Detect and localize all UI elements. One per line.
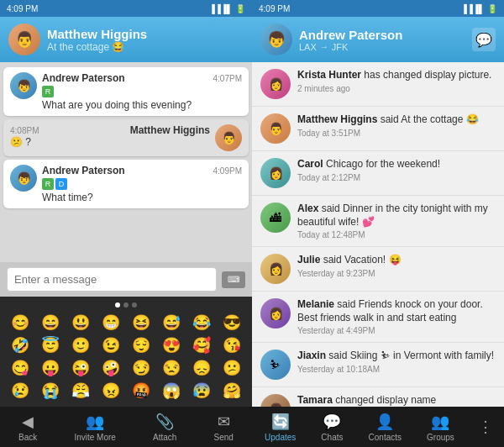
- message-input[interactable]: [7, 267, 217, 292]
- emoji-8[interactable]: 😎: [218, 312, 247, 334]
- feed-avatar-2: 👨: [260, 113, 291, 144]
- feed-text-4: Alex said Dinner in the city tonight wit…: [297, 202, 496, 229]
- nav-updates[interactable]: 🔄 Updates: [258, 409, 302, 445]
- back-icon: ◀: [22, 413, 34, 431]
- right-header-avatar: 👦: [260, 24, 292, 55]
- emoji-20[interactable]: 🤪: [96, 357, 125, 379]
- nav-chats[interactable]: 💬 Chats: [314, 409, 349, 445]
- emoji-dot-2[interactable]: [123, 302, 129, 308]
- invite-icon: 👥: [86, 413, 104, 431]
- msg-icons-3: R D: [42, 178, 242, 190]
- msg-content-3: Andrew Paterson 4:09PM R D What time?: [42, 165, 242, 203]
- nav-back[interactable]: ◀ Back: [13, 413, 42, 442]
- emoji-dot-1[interactable]: [115, 302, 120, 308]
- feed-time-5: Yesterday at 9:23PM: [297, 269, 496, 278]
- emoji-28[interactable]: 😠: [96, 380, 125, 402]
- feed-item-5[interactable]: 👩 Julie said Vacation! 😝 Yesterday at 9:…: [252, 247, 504, 292]
- msg-content-1: Andrew Paterson 4:07PM R What are you do…: [42, 72, 242, 111]
- left-header-avatar: 👨: [8, 24, 40, 55]
- emoji-26[interactable]: 😭: [35, 380, 65, 402]
- bottom-nav-right: 🔄 Updates 💬 Chats 👤 Contacts 👥 Groups ⋮: [252, 407, 504, 447]
- emoji-1[interactable]: 😊: [5, 312, 34, 334]
- emoji-22[interactable]: 😒: [157, 357, 186, 379]
- emoji-10[interactable]: 😇: [35, 334, 65, 356]
- emoji-15[interactable]: 🥰: [187, 334, 217, 356]
- emoji-29[interactable]: 🤬: [127, 380, 156, 402]
- emoji-grid: 😊 😄 😃 😁 😆 😅 😂 😎 🤣 😇 🙂 😉 😌 😍 🥰 😘 😋 😛 😜 🤪 …: [2, 310, 250, 403]
- emoji-17[interactable]: 😋: [5, 357, 34, 379]
- nav-groups[interactable]: 👥 Groups: [420, 409, 461, 445]
- emoji-5[interactable]: 😆: [127, 312, 156, 334]
- feed-time-3: Today at 2:12PM: [297, 173, 496, 182]
- avatar-face: 👨: [8, 24, 40, 55]
- right-panel: 4:09 PM ▐▐▐▌ 🔋 👦 Andrew Paterson LAX → J…: [252, 0, 504, 447]
- groups-icon: 👥: [431, 413, 449, 431]
- feed-text-7: Jiaxin said Skiing ⛷ in Vermont with fam…: [297, 350, 496, 363]
- emoji-dot-3[interactable]: [132, 302, 137, 308]
- feed-item-3[interactable]: 👩 Carol Chicago for the weekend! Today a…: [252, 151, 504, 196]
- chats-icon: 💬: [323, 413, 341, 431]
- emoji-11[interactable]: 🙂: [66, 334, 95, 356]
- feed-item-2[interactable]: 👨 Matthew Higgins said At the cottage 😂 …: [252, 107, 504, 151]
- nav-more-dots[interactable]: ⋮: [473, 414, 498, 439]
- emoji-13[interactable]: 😌: [127, 334, 156, 356]
- emoji-23[interactable]: 😞: [187, 357, 217, 379]
- emoji-12[interactable]: 😉: [96, 334, 125, 356]
- emoji-21[interactable]: 😏: [127, 357, 156, 379]
- bottom-nav-left: ◀ Back 👥 Invite More 📎 Attach ✉ Send: [0, 407, 252, 447]
- emoji-31[interactable]: 😰: [187, 380, 217, 402]
- feed-avatar-3: 👩: [260, 158, 291, 188]
- msg-name-1: Andrew Paterson: [42, 72, 125, 84]
- nav-attach[interactable]: 📎 Attach: [148, 413, 181, 442]
- message-3: 👦 Andrew Paterson 4:09PM R D What time?: [3, 160, 249, 208]
- msg-name-2: Matthew Higgins: [130, 124, 210, 136]
- groups-label: Groups: [427, 433, 454, 442]
- emoji-3[interactable]: 😃: [66, 312, 95, 334]
- feed-time-4: Today at 12:48PM: [297, 230, 496, 239]
- emoji-4[interactable]: 😁: [96, 312, 125, 334]
- nav-send[interactable]: ✉ Send: [209, 413, 239, 442]
- emoji-7[interactable]: 😂: [187, 312, 217, 334]
- battery-icon-r: 🔋: [487, 4, 497, 13]
- emoji-18[interactable]: 😛: [35, 357, 65, 379]
- emoji-2[interactable]: 😄: [35, 312, 65, 334]
- feed-text-2: Matthew Higgins said At the cottage 😂: [297, 113, 496, 127]
- left-panel: 4:09 PM ▐▐▐▌ 🔋 👨 Matthew Higgins At the …: [0, 0, 252, 447]
- emoji-32[interactable]: 🤗: [218, 380, 247, 402]
- emoji-16[interactable]: 😘: [218, 334, 247, 356]
- feed-item-4[interactable]: 🏙 Alex said Dinner in the city tonight w…: [252, 196, 504, 247]
- feed-item-8[interactable]: 👩 Tamara changed display name Yesterday …: [252, 387, 504, 407]
- emoji-9[interactable]: 🤣: [5, 334, 34, 356]
- emoji-27[interactable]: 😤: [66, 380, 95, 402]
- msg-icon-b-3: D: [55, 178, 67, 190]
- msg-avatar-2: 👨: [215, 124, 242, 151]
- keyboard-icon[interactable]: ⌨: [222, 271, 245, 288]
- feed-time-2: Today at 3:51PM: [297, 129, 496, 138]
- status-time-left: 4:09 PM: [7, 4, 38, 13]
- nav-invite-more[interactable]: 👥 Invite More: [69, 413, 120, 442]
- emoji-30[interactable]: 😱: [157, 380, 186, 402]
- emoji-25[interactable]: 😢: [5, 380, 34, 402]
- nav-contacts[interactable]: 👤 Contacts: [362, 409, 408, 445]
- feed-text-5: Julie said Vacation! 😝: [297, 254, 496, 267]
- left-chat-header: 👨 Matthew Higgins At the cottage 😂: [0, 17, 252, 62]
- feed-list: 👩 Krista Hunter has changed display pict…: [252, 62, 504, 407]
- feed-item-1[interactable]: 👩 Krista Hunter has changed display pict…: [252, 62, 504, 107]
- feed-item-6[interactable]: 👩 Melanie said Friends knock on your doo…: [252, 292, 504, 343]
- emoji-24[interactable]: 😕: [218, 357, 247, 379]
- emoji-19[interactable]: 😜: [66, 357, 95, 379]
- emoji-6[interactable]: 😅: [157, 312, 186, 334]
- feed-item-7[interactable]: ⛷ Jiaxin said Skiing ⛷ in Vermont with f…: [252, 343, 504, 387]
- chat-messages: 👦 Andrew Paterson 4:07PM R What are you …: [0, 62, 252, 262]
- feed-time-7: Yesterday at 10:18AM: [297, 365, 496, 374]
- bbm-header-icon[interactable]: 💬: [472, 28, 496, 51]
- feed-text-6: Melanie said Friends knock on your door.…: [297, 298, 496, 324]
- right-header-info: Andrew Paterson LAX → JFK: [299, 28, 465, 52]
- emoji-14[interactable]: 😍: [157, 334, 186, 356]
- chats-label: Chats: [321, 433, 343, 442]
- msg-content-2: Matthew Higgins 4:08PM 😕 ?: [10, 124, 210, 148]
- feed-content-4: Alex said Dinner in the city tonight wit…: [297, 202, 496, 239]
- msg-header-3: Andrew Paterson 4:09PM: [42, 165, 242, 176]
- message-1: 👦 Andrew Paterson 4:07PM R What are you …: [3, 67, 249, 116]
- feed-avatar-1: 👩: [260, 69, 291, 99]
